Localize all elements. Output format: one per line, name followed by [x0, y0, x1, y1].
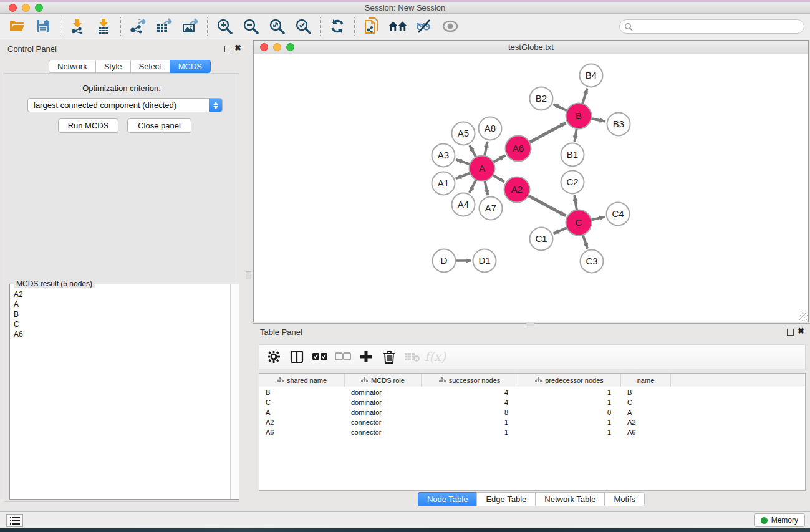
zoom-in-icon[interactable] [215, 17, 234, 36]
graph-node-A7[interactable]: A7 [480, 197, 503, 220]
table-row[interactable]: Bdominator41B [259, 387, 805, 397]
table-cell[interactable]: A2 [259, 417, 345, 427]
graph-node-B2[interactable]: B2 [530, 87, 553, 110]
column-header-MCDS-role[interactable]: MCDS role [345, 374, 422, 387]
table-cell[interactable]: A6 [621, 427, 671, 437]
deselect-all-icon[interactable] [334, 348, 352, 365]
network-canvas[interactable]: AA1A2A3A4A5A6A7A8BB1B2B3B4CC1C2C3C4DD1 [254, 54, 808, 322]
table-cell[interactable]: 1 [518, 387, 621, 397]
delete-row-icon[interactable] [380, 348, 398, 365]
graph-node-A3[interactable]: A3 [432, 144, 455, 167]
table-cell[interactable]: connector [345, 417, 422, 427]
column-header-name[interactable]: name [621, 374, 671, 387]
graph-node-A2[interactable]: A2 [504, 177, 530, 203]
mcds-result-item[interactable]: A6 [14, 329, 230, 339]
save-session-icon[interactable] [34, 17, 52, 36]
export-table-icon[interactable] [155, 17, 173, 36]
zoom-selected-icon[interactable] [294, 17, 312, 36]
tab-select[interactable]: Select [130, 60, 170, 73]
select-all-icon[interactable] [311, 348, 329, 365]
tab-node-table[interactable]: Node Table [418, 492, 477, 506]
graph-node-A8[interactable]: A8 [479, 117, 502, 140]
float-panel-icon[interactable] [224, 46, 231, 52]
table-cell[interactable]: B [621, 387, 671, 397]
table-settings-icon[interactable] [264, 348, 283, 365]
table-cell[interactable]: 1 [422, 417, 518, 427]
export-image-icon[interactable] [181, 17, 200, 36]
graph-node-D1[interactable]: D1 [473, 249, 496, 273]
mcds-result-item[interactable]: A2 [14, 289, 230, 299]
task-history-button[interactable] [6, 514, 23, 527]
vertical-splitter-handle[interactable] [246, 271, 251, 279]
table-cell[interactable]: 1 [518, 427, 621, 437]
show-graphics-details-icon[interactable] [441, 17, 460, 36]
graph-node-A6[interactable]: A6 [506, 136, 531, 162]
open-file-icon[interactable] [7, 17, 26, 36]
table-row[interactable]: Adominator80A [259, 407, 805, 417]
home-layout-icon[interactable] [388, 17, 407, 36]
apply-function-icon[interactable]: f(x) [426, 348, 445, 365]
memory-button[interactable]: Memory [754, 513, 805, 527]
column-header-predecessor-nodes[interactable]: predecessor nodes [518, 374, 621, 387]
close-panel-icon[interactable]: ✖ [234, 44, 241, 52]
tab-network[interactable]: Network [49, 60, 95, 73]
refresh-icon[interactable] [328, 17, 347, 36]
mcds-result-item[interactable]: B [14, 309, 230, 319]
graph-node-B4[interactable]: B4 [580, 64, 603, 87]
table-cell[interactable]: 4 [422, 387, 518, 397]
graph-node-A1[interactable]: A1 [432, 172, 455, 195]
table-cell[interactable]: dominator [345, 397, 422, 407]
graph-node-A[interactable]: A [470, 156, 495, 181]
tab-motifs[interactable]: Motifs [604, 492, 645, 506]
tab-edge-table[interactable]: Edge Table [476, 492, 535, 506]
table-row[interactable]: A2connector11A2 [259, 417, 805, 427]
table-cell[interactable]: 0 [518, 407, 621, 417]
table-cell[interactable]: A2 [621, 417, 671, 427]
search-input[interactable] [633, 21, 804, 32]
import-table-icon[interactable] [94, 17, 113, 36]
tab-network-table[interactable]: Network Table [535, 492, 604, 506]
graph-node-A4[interactable]: A4 [452, 193, 475, 216]
graph-node-B1[interactable]: B1 [561, 143, 584, 167]
column-header-shared-name[interactable]: shared name [259, 374, 345, 387]
table-cell[interactable]: 8 [422, 407, 518, 417]
table-cell[interactable]: dominator [345, 407, 422, 417]
table-cell[interactable]: connector [345, 427, 422, 437]
column-header-successor-nodes[interactable]: successor nodes [422, 374, 518, 387]
table-cell[interactable]: B [259, 387, 345, 397]
graph-node-A5[interactable]: A5 [452, 122, 475, 145]
table-cell[interactable]: 1 [422, 427, 518, 437]
clear-table-icon[interactable] [403, 348, 422, 365]
table-cell[interactable]: C [621, 397, 671, 407]
mcds-result-item[interactable]: A [14, 299, 230, 309]
hide-graphics-details-icon[interactable] [415, 17, 433, 36]
split-view-icon[interactable] [287, 348, 306, 365]
criterion-dropdown[interactable]: largest connected component (directed) [27, 98, 223, 112]
zoom-out-icon[interactable] [241, 17, 260, 36]
tab-mcds[interactable]: MCDS [170, 60, 211, 73]
graph-node-B3[interactable]: B3 [607, 113, 630, 136]
close-panel-button[interactable]: Close panel [127, 118, 191, 133]
table-cell[interactable]: 1 [518, 397, 621, 407]
run-mcds-button[interactable]: Run MCDS [58, 118, 118, 133]
graph-node-C4[interactable]: C4 [607, 203, 630, 226]
export-network-icon[interactable] [128, 17, 147, 36]
table-row[interactable]: A6connector11A6 [259, 427, 805, 437]
table-cell[interactable]: 1 [518, 417, 621, 427]
table-cell[interactable]: 4 [422, 397, 518, 407]
table-close-panel-icon[interactable]: ✖ [798, 327, 804, 336]
graph-node-C[interactable]: C [566, 210, 592, 236]
graph-node-C3[interactable]: C3 [581, 250, 604, 273]
table-cell[interactable]: A6 [259, 427, 345, 437]
clone-network-icon[interactable] [362, 17, 381, 36]
import-network-icon[interactable] [68, 17, 87, 36]
window-resize-grip[interactable] [799, 313, 808, 321]
network-window-titlebar[interactable]: testGlobe.txt [254, 41, 808, 54]
zoom-fit-icon[interactable] [268, 17, 286, 36]
graph-node-C1[interactable]: C1 [530, 228, 553, 251]
table-cell[interactable]: C [259, 397, 345, 407]
table-cell[interactable]: dominator [345, 387, 422, 397]
table-cell[interactable]: A [259, 407, 345, 417]
mcds-result-item[interactable]: C [14, 319, 230, 329]
graph-node-C2[interactable]: C2 [561, 171, 584, 194]
